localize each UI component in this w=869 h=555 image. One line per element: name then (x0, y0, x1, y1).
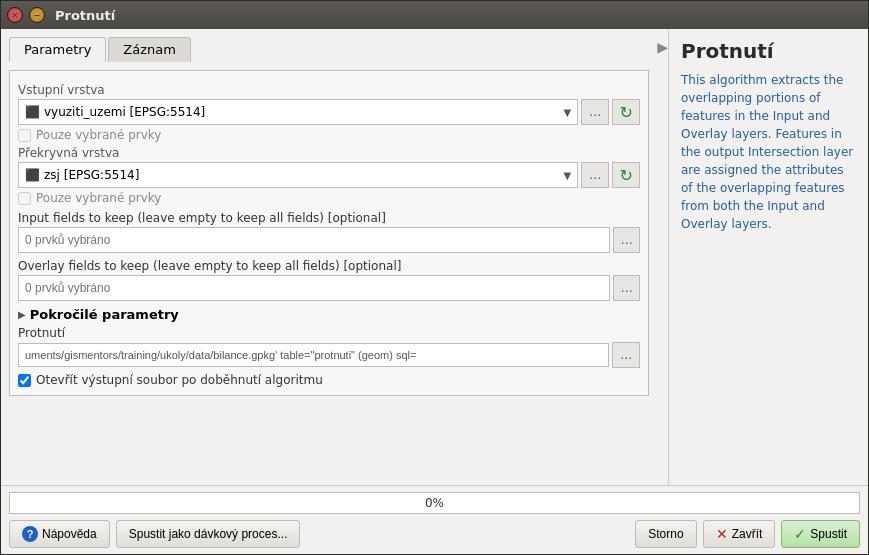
output-browse-button[interactable]: … (612, 342, 640, 368)
open-file-row: Otevřít výstupní soubor po doběhnutí alg… (18, 373, 640, 387)
prekryvna-only-selected-row: Pouze vybrané prvky (18, 191, 640, 205)
triangle-icon: ▶ (18, 309, 26, 320)
output-row: … (18, 342, 640, 368)
prekryvna-row: ⬛ zsj [EPSG:5514] ▼ … ↻ (18, 162, 640, 188)
titlebar: × − Protnutí (1, 1, 868, 29)
cancel-label: Storno (648, 527, 683, 541)
input-fields-browse-button[interactable]: … (613, 227, 640, 253)
window-body: Parametry Záznam Vstupní vrstva ⬛ vyuzit… (1, 29, 868, 485)
bottom-buttons: ? Nápověda Spustit jako dávkový proces..… (9, 520, 860, 548)
form-area: Vstupní vrstva ⬛ vyuziti_uzemi [EPSG:551… (9, 70, 649, 396)
prekryvna-browse-button[interactable]: … (581, 162, 609, 188)
close-button[interactable]: ✕ Zavřít (703, 520, 776, 548)
progress-label: 0% (425, 496, 444, 510)
window-title: Protnutí (55, 8, 115, 23)
advanced-label: Pokročilé parametry (30, 307, 179, 322)
prekryvna-value: zsj [EPSG:5514] (44, 168, 139, 182)
overlay-fields-label: Overlay fields to keep (leave empty to k… (18, 259, 640, 273)
input-fields-row: … (18, 227, 640, 253)
vstupni-row: ⬛ vyuziti_uzemi [EPSG:5514] ▼ … ↻ (18, 99, 640, 125)
tab-zaznam[interactable]: Záznam (108, 37, 191, 62)
right-arrow-container: ▶ (657, 29, 668, 485)
output-input[interactable] (18, 343, 609, 367)
minimize-window-button[interactable]: − (29, 7, 45, 23)
vstupni-refresh-button[interactable]: ↻ (612, 99, 640, 125)
help-button[interactable]: ? Nápověda (9, 520, 110, 548)
vstupni-dropdown-arrow: ▼ (564, 107, 572, 118)
minimize-icon: − (33, 10, 41, 20)
left-panel: Parametry Záznam Vstupní vrstva ⬛ vyuzit… (1, 29, 657, 485)
close-window-button[interactable]: × (7, 7, 23, 23)
advanced-section-toggle[interactable]: ▶ Pokročilé parametry (18, 307, 640, 322)
prekryvna-label: Překryvná vrstva (18, 146, 640, 160)
prekryvna-only-selected-label: Pouze vybrané prvky (36, 191, 161, 205)
overlay-fields-input[interactable] (18, 275, 610, 301)
overlay-fields-browse-button[interactable]: … (613, 275, 640, 301)
x-icon: ✕ (716, 526, 728, 542)
main-window: × − Protnutí Parametry Záznam Vstupní vr… (0, 0, 869, 555)
tab-bar: Parametry Záznam (9, 37, 649, 62)
overlay-fields-row: … (18, 275, 640, 301)
vstupni-label: Vstupní vrstva (18, 83, 640, 97)
output-label: Protnutí (18, 326, 640, 340)
vstupni-browse-button[interactable]: … (581, 99, 609, 125)
prekryvna-dropdown-arrow: ▼ (564, 170, 572, 181)
input-fields-label: Input fields to keep (leave empty to kee… (18, 211, 640, 225)
info-text-highlight: This algorithm extracts the overlapping … (681, 73, 853, 231)
prekryvna-combo[interactable]: ⬛ zsj [EPSG:5514] ▼ (18, 162, 578, 188)
vstupni-only-selected-label: Pouze vybrané prvky (36, 128, 161, 142)
cancel-button[interactable]: Storno (635, 520, 696, 548)
open-file-checkbox[interactable] (18, 374, 31, 387)
vstupni-value: vyuziti_uzemi [EPSG:5514] (44, 105, 205, 119)
bottom-left-buttons: ? Nápověda Spustit jako dávkový proces..… (9, 520, 300, 548)
refresh-icon: ↻ (620, 103, 633, 122)
layer-icon2: ⬛ (25, 168, 40, 182)
close-icon: × (11, 10, 19, 20)
vstupni-only-selected-row: Pouze vybrané prvky (18, 128, 640, 142)
check-icon: ✓ (794, 526, 806, 542)
bottom-bar: 0% ? Nápověda Spustit jako dávkový proce… (1, 485, 868, 554)
batch-button[interactable]: Spustit jako dávkový proces... (116, 520, 301, 548)
refresh-icon2: ↻ (620, 166, 633, 185)
bottom-right-buttons: Storno ✕ Zavřít ✓ Spustit (635, 520, 860, 548)
tab-parametry[interactable]: Parametry (9, 37, 106, 62)
batch-label: Spustit jako dávkový proces... (129, 527, 288, 541)
progress-bar-container: 0% (9, 492, 860, 514)
help-icon: ? (22, 526, 38, 542)
prekryvna-refresh-button[interactable]: ↻ (612, 162, 640, 188)
info-panel: Protnutí This algorithm extracts the ove… (668, 29, 868, 485)
run-button[interactable]: ✓ Spustit (781, 520, 860, 548)
help-label: Nápověda (42, 527, 97, 541)
info-panel-title: Protnutí (681, 39, 858, 63)
vstupni-combo[interactable]: ⬛ vyuziti_uzemi [EPSG:5514] ▼ (18, 99, 578, 125)
prekryvna-only-selected-checkbox[interactable] (18, 192, 31, 205)
panel-expand-arrow: ▶ (657, 39, 668, 55)
open-file-label: Otevřít výstupní soubor po doběhnutí alg… (36, 373, 323, 387)
info-panel-text: This algorithm extracts the overlapping … (681, 71, 858, 233)
run-label: Spustit (810, 527, 847, 541)
input-fields-input[interactable] (18, 227, 610, 253)
close-label: Zavřít (732, 527, 763, 541)
layer-icon: ⬛ (25, 105, 40, 119)
vstupni-only-selected-checkbox[interactable] (18, 129, 31, 142)
